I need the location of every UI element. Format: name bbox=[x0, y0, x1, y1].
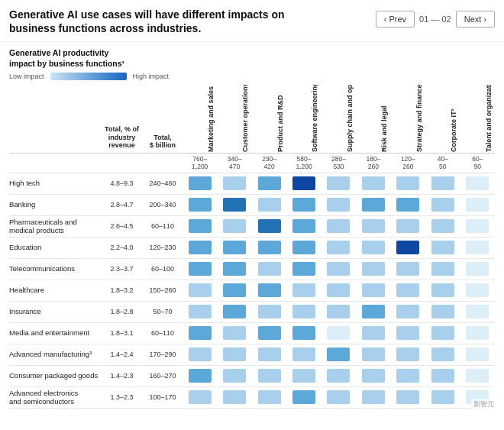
total-pct-cell: 1.8–2.8 bbox=[101, 301, 143, 322]
heat-cell bbox=[356, 215, 390, 237]
heat-cell bbox=[252, 237, 286, 258]
table-row: High tech4.8–9.3240–460 bbox=[9, 173, 495, 194]
col-header-marketing: Marketing and sales bbox=[183, 85, 217, 154]
subheader-risk-range: 180–260 bbox=[356, 154, 390, 173]
subheader-product-range: 230–420 bbox=[252, 154, 286, 173]
heat-cell bbox=[183, 344, 217, 365]
industry-name-cell: High tech bbox=[9, 173, 101, 194]
heat-cell bbox=[183, 386, 217, 408]
legend-title: Generative AI productivity impact by bus… bbox=[9, 48, 495, 69]
range-header-row: 760–1,200 340–470 230–420 580–1,200 280–… bbox=[9, 154, 495, 173]
industry-name-cell: Advanced manufacturing³ bbox=[9, 344, 101, 365]
heat-cell bbox=[252, 301, 286, 322]
heat-cell bbox=[321, 258, 356, 280]
heat-cell bbox=[460, 301, 496, 322]
heat-cell bbox=[391, 173, 425, 194]
industry-name-cell: Education bbox=[9, 237, 101, 258]
heat-cell bbox=[425, 322, 460, 344]
heat-cell bbox=[321, 173, 356, 194]
heat-cell bbox=[217, 258, 251, 280]
legend-section: Generative AI productivity impact by bus… bbox=[9, 48, 495, 79]
heat-cell bbox=[321, 322, 356, 344]
total-bil-cell: 60–110 bbox=[143, 215, 183, 237]
total-pct-cell: 2.6–4.5 bbox=[101, 215, 143, 237]
legend-gradient-bar bbox=[50, 73, 127, 80]
heat-cell bbox=[286, 301, 321, 322]
heat-cell bbox=[217, 301, 251, 322]
heat-cell bbox=[183, 194, 217, 215]
total-bil-cell: 150–260 bbox=[143, 280, 183, 301]
heat-cell bbox=[217, 173, 251, 194]
industry-name-cell: Insurance bbox=[9, 301, 101, 322]
table-row: Telecommunications2.3–3.760–100 bbox=[9, 258, 495, 280]
col-header-industry bbox=[9, 85, 101, 154]
industry-name-cell: Banking bbox=[9, 194, 101, 215]
industry-name-cell: Pharmaceuticals andmedical products bbox=[9, 215, 101, 237]
heat-cell bbox=[321, 194, 356, 215]
total-bil-cell: 160–270 bbox=[143, 365, 183, 386]
heat-cell bbox=[286, 365, 321, 386]
col-header-total-bil: Total,$ billion bbox=[143, 85, 183, 154]
table-row: Healthcare1.8–3.2150–260 bbox=[9, 280, 495, 301]
heat-cell bbox=[460, 322, 496, 344]
subheader-software-range: 580–1,200 bbox=[286, 154, 321, 173]
heat-cell bbox=[391, 258, 425, 280]
heat-cell bbox=[286, 215, 321, 237]
heat-cell bbox=[425, 194, 460, 215]
heat-cell bbox=[460, 173, 496, 194]
heat-cell bbox=[460, 258, 496, 280]
subheader-talent-range: 60–90 bbox=[460, 154, 496, 173]
heat-cell bbox=[460, 365, 496, 386]
heat-cell bbox=[425, 215, 460, 237]
total-pct-cell: 1.3–2.3 bbox=[101, 386, 143, 408]
col-header-total-pct: Total, % ofindustryrevenue bbox=[101, 85, 143, 154]
subheader-total-bil bbox=[143, 154, 183, 173]
heat-cell bbox=[425, 280, 460, 301]
heat-cell bbox=[252, 258, 286, 280]
heat-cell bbox=[391, 215, 425, 237]
heat-cell bbox=[356, 386, 390, 408]
table-row: Advanced manufacturing³1.4–2.4170–290 bbox=[9, 344, 495, 365]
next-chevron-icon: › bbox=[483, 15, 486, 24]
total-pct-cell: 1.4–2.4 bbox=[101, 344, 143, 365]
next-button[interactable]: Next › bbox=[456, 11, 495, 27]
table-row: Banking2.8–4.7200–340 bbox=[9, 194, 495, 215]
heat-cell bbox=[425, 386, 460, 408]
heat-cell bbox=[217, 215, 251, 237]
heat-cell bbox=[286, 258, 321, 280]
heat-cell bbox=[356, 258, 390, 280]
heat-cell bbox=[356, 173, 390, 194]
heat-cell bbox=[460, 194, 496, 215]
subheader-customer-range: 340–470 bbox=[217, 154, 251, 173]
column-header-row: Total, % ofindustryrevenue Total,$ billi… bbox=[9, 85, 495, 154]
heat-cell bbox=[183, 237, 217, 258]
heat-cell bbox=[391, 194, 425, 215]
prev-button[interactable]: ‹ Prev bbox=[376, 11, 415, 27]
subheader-total-pct bbox=[101, 154, 143, 173]
heat-cell bbox=[356, 365, 390, 386]
subheader-industry bbox=[9, 154, 101, 173]
col-header-supply-chain: Supply chain and operations bbox=[321, 85, 356, 154]
legend-bar-row: Low impact High impact bbox=[9, 73, 495, 80]
heat-cell bbox=[460, 280, 496, 301]
total-bil-cell: 240–460 bbox=[143, 173, 183, 194]
heat-cell bbox=[252, 173, 286, 194]
heat-cell bbox=[391, 301, 425, 322]
heat-cell bbox=[183, 280, 217, 301]
heat-cell bbox=[321, 386, 356, 408]
table-row: Insurance1.8–2.850–70 bbox=[9, 301, 495, 322]
table-row: Advanced electronicsand semiconductors1.… bbox=[9, 386, 495, 408]
total-pct-cell: 1.8–3.2 bbox=[101, 280, 143, 301]
total-pct-cell: 2.8–4.7 bbox=[101, 194, 143, 215]
heatmap-table: Total, % ofindustryrevenue Total,$ billi… bbox=[9, 85, 495, 409]
industry-name-cell: Media and entertainment bbox=[9, 322, 101, 344]
col-header-product-rd: Product and R&D bbox=[252, 85, 286, 154]
heat-cell bbox=[356, 194, 390, 215]
title-block: Generative AI use cases will have differ… bbox=[9, 8, 299, 35]
heat-cell bbox=[286, 237, 321, 258]
page-indicator: 01 — 02 bbox=[419, 15, 451, 24]
col-header-software-eng: Software engineering bbox=[286, 85, 321, 154]
table-row: Pharmaceuticals andmedical products2.6–4… bbox=[9, 215, 495, 237]
heat-cell bbox=[286, 322, 321, 344]
heat-cell bbox=[252, 386, 286, 408]
